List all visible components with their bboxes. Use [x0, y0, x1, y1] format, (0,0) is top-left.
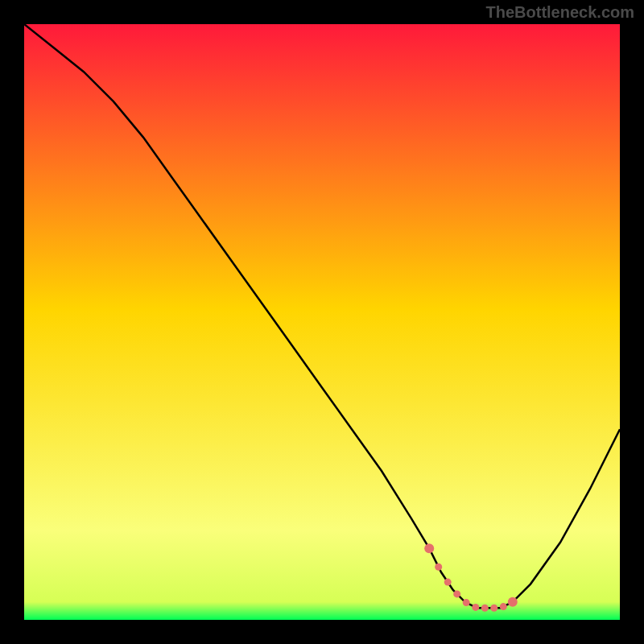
optimal-marker	[490, 605, 497, 612]
optimal-marker	[435, 564, 442, 571]
optimal-marker	[424, 543, 434, 553]
optimal-marker	[463, 599, 470, 606]
optimal-marker	[508, 597, 518, 607]
optimal-marker	[453, 590, 460, 597]
chart-container: TheBottleneck.com	[0, 0, 644, 644]
plot-area	[24, 24, 620, 620]
gradient-background	[24, 24, 620, 620]
chart-svg	[24, 24, 620, 620]
optimal-marker	[444, 579, 452, 586]
optimal-marker	[481, 605, 489, 612]
optimal-marker	[500, 603, 507, 610]
optimal-marker	[472, 604, 479, 611]
watermark-text: TheBottleneck.com	[486, 3, 634, 22]
